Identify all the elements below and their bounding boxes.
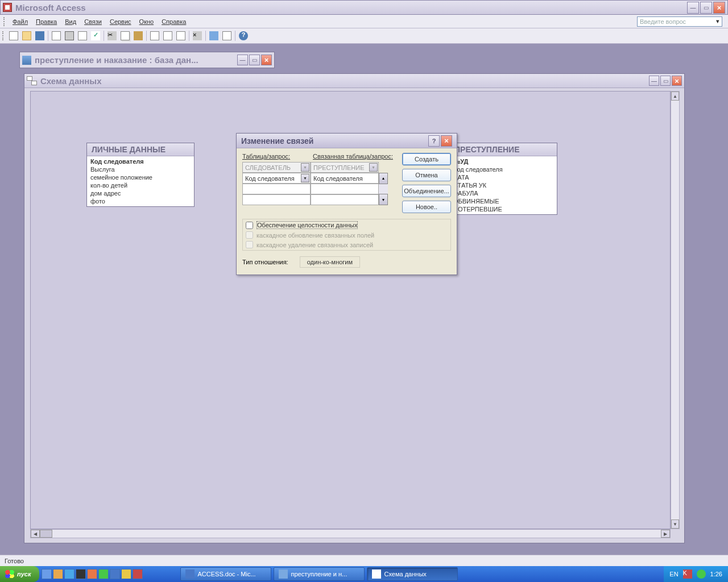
search-button[interactable] xyxy=(50,30,63,42)
join-type-button[interactable]: Объединение... xyxy=(402,185,451,197)
menu-relations[interactable]: Связи xyxy=(81,17,105,26)
menubar-grip[interactable] xyxy=(3,17,6,26)
menu-help[interactable]: Справка xyxy=(158,17,189,26)
spell-button[interactable]: ✓ xyxy=(89,30,102,42)
paste-button[interactable] xyxy=(132,30,144,42)
dialog-close-button[interactable]: × xyxy=(441,135,452,147)
taskbar-task-access-db[interactable]: преступление и н... xyxy=(274,567,365,581)
taskbar-task-word[interactable]: ACCESS.doc - Mic... xyxy=(180,567,271,581)
quicklaunch-icon[interactable] xyxy=(133,569,143,579)
close-button[interactable]: × xyxy=(713,2,725,14)
help-question-input[interactable]: Введите вопрос▾ xyxy=(637,16,722,27)
scroll-down-icon[interactable]: ▼ xyxy=(671,519,679,529)
maximize-button[interactable]: ▭ xyxy=(700,2,712,14)
tray-icon[interactable] xyxy=(697,569,706,579)
menu-view[interactable]: Вид xyxy=(61,17,80,26)
quicklaunch-icon[interactable] xyxy=(87,569,97,579)
database-window-title: преступление и наказание : база дан... xyxy=(35,55,237,65)
field-empty-cell[interactable] xyxy=(311,184,379,194)
dbwin-minimize-button[interactable]: — xyxy=(237,55,248,65)
table-row[interactable]: ПОТЕРПЕВШИЕ xyxy=(452,205,555,213)
table-row[interactable]: Выслуга xyxy=(89,165,192,173)
table-row[interactable]: Код следователя xyxy=(452,165,555,173)
database-window[interactable]: преступление и наказание : база дан... —… xyxy=(19,52,275,68)
new-object-button[interactable] xyxy=(221,30,233,42)
scroll-up-icon[interactable]: ▲ xyxy=(671,92,679,101)
preview-button[interactable] xyxy=(76,30,89,42)
schema-minimize-button[interactable]: — xyxy=(649,76,659,86)
show-all-button[interactable] xyxy=(175,30,187,42)
field-right-cell[interactable]: Код следователя xyxy=(311,173,379,184)
scroll-right-icon[interactable]: ▶ xyxy=(661,530,670,538)
table-row[interactable]: №УД xyxy=(452,157,555,165)
table-row[interactable]: Код следователя xyxy=(89,157,192,165)
db-window-button[interactable] xyxy=(208,30,220,42)
quicklaunch-icon[interactable] xyxy=(42,569,52,579)
clock[interactable]: 1:26 xyxy=(710,571,722,577)
print-button[interactable] xyxy=(63,30,76,42)
clear-layout-button[interactable]: × xyxy=(191,30,204,42)
chevron-down-icon: ▼ xyxy=(369,163,378,172)
dbwin-maximize-button[interactable]: ▭ xyxy=(249,55,260,65)
field-empty-cell[interactable] xyxy=(311,194,379,205)
table-combo[interactable]: СЛЕДОВАТЕЛЬ▼ xyxy=(242,162,311,173)
table-row[interactable]: ОБВИНЯЕМЫЕ xyxy=(452,197,555,205)
schema-vertical-scrollbar[interactable]: ▲ ▼ xyxy=(671,91,680,529)
table-row[interactable]: фото xyxy=(89,197,192,205)
schema-maximize-button[interactable]: ▭ xyxy=(660,76,671,86)
field-empty-cell[interactable] xyxy=(242,184,311,194)
app-title: Microsoft Access xyxy=(15,3,687,13)
field-scrollbar[interactable]: ▲ ▼ xyxy=(379,173,388,205)
table-row[interactable]: ДАТА xyxy=(452,173,555,181)
quicklaunch-icon[interactable] xyxy=(64,569,75,579)
copy-button[interactable] xyxy=(119,30,131,42)
cut-button[interactable]: ✂ xyxy=(106,30,118,42)
dialog-help-button[interactable]: ? xyxy=(428,135,440,147)
quicklaunch-icon[interactable] xyxy=(110,569,120,579)
table-row[interactable]: кол-во детей xyxy=(89,181,192,189)
related-table-combo[interactable]: ПРЕСТУПЛЕНИЕ▼ xyxy=(311,162,379,173)
field-empty-cell[interactable] xyxy=(242,194,311,205)
create-button[interactable]: Создать xyxy=(402,153,451,165)
scroll-thumb[interactable] xyxy=(40,530,52,538)
table-row[interactable]: семейное положение xyxy=(89,173,192,181)
show-direct-button[interactable] xyxy=(162,30,174,42)
quicklaunch-icon[interactable] xyxy=(98,569,109,579)
schema-window-titlebar[interactable]: Схема данных — ▭ × xyxy=(24,74,684,88)
toolbar-grip[interactable] xyxy=(2,31,5,40)
scroll-left-icon[interactable]: ◀ xyxy=(31,530,40,538)
help-button[interactable]: ? xyxy=(237,30,250,42)
scroll-down-icon[interactable]: ▼ xyxy=(379,194,388,205)
dbwin-close-button[interactable]: × xyxy=(261,55,272,65)
save-button[interactable] xyxy=(34,30,46,42)
table-row[interactable]: дом адрес xyxy=(89,189,192,197)
taskbar-task-schema[interactable]: Схема данных xyxy=(367,567,458,581)
start-button[interactable]: пуск xyxy=(0,566,39,582)
schema-close-button[interactable]: × xyxy=(672,76,682,86)
new-button[interactable] xyxy=(7,30,20,42)
chevron-down-icon: ▼ xyxy=(301,163,309,172)
field-left-combo[interactable]: Код следователя▼ xyxy=(242,173,311,184)
minimize-button[interactable]: — xyxy=(687,2,699,14)
menu-service[interactable]: Сервис xyxy=(106,17,135,26)
integrity-checkbox[interactable]: Обеспечение целостности данных xyxy=(243,220,450,230)
language-indicator[interactable]: EN xyxy=(669,571,678,577)
table-crime[interactable]: ПРЕСТУПЛЕНИЕ №УД Код следователя ДАТА СТ… xyxy=(449,143,557,215)
quicklaunch-icon[interactable] xyxy=(53,569,63,579)
menu-edit[interactable]: Правка xyxy=(32,17,60,26)
menu-window[interactable]: Окно xyxy=(136,17,158,26)
new-button[interactable]: Новое.. xyxy=(402,201,451,213)
tray-kaspersky-icon[interactable]: K xyxy=(683,569,692,579)
table-row[interactable]: СТАТЬЯ УК xyxy=(452,181,555,189)
open-button[interactable] xyxy=(20,30,33,42)
quicklaunch-icon[interactable] xyxy=(76,569,86,579)
menu-file[interactable]: Файл xyxy=(9,17,31,26)
dialog-titlebar[interactable]: Изменение связей ? × xyxy=(237,134,457,148)
table-row[interactable]: ФАБУЛА xyxy=(452,189,555,197)
schema-horizontal-scrollbar[interactable]: ◀ ▶ xyxy=(30,529,671,538)
cancel-button[interactable]: Отмена xyxy=(402,169,451,181)
show-table-button[interactable] xyxy=(148,30,161,42)
table-personal-data[interactable]: ЛИЧНЫЕ ДАННЫЕ Код следователя Выслуга се… xyxy=(86,143,195,207)
scroll-up-icon[interactable]: ▲ xyxy=(379,173,388,184)
quicklaunch-icon[interactable] xyxy=(121,569,131,579)
